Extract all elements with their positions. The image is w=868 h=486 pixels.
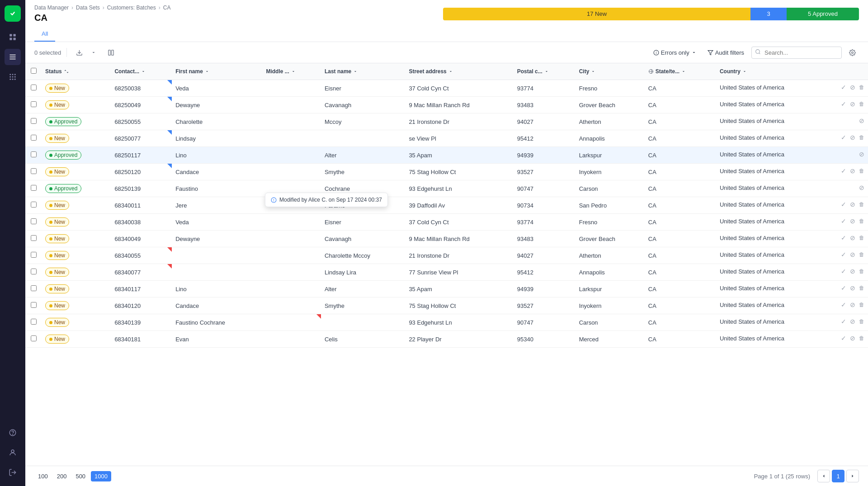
approve-action-icon[interactable]: ✓ [841, 318, 846, 325]
delete-action-icon[interactable]: 🗑 [859, 251, 864, 258]
approve-action-icon[interactable]: ✓ [841, 217, 846, 225]
sort-icon-country[interactable] [742, 69, 747, 74]
reject-action-icon[interactable]: ⊘ [850, 268, 855, 275]
row-checkbox[interactable] [31, 151, 37, 157]
row-checkbox[interactable] [31, 335, 37, 341]
app-logo[interactable] [5, 5, 21, 22]
row-checkbox[interactable] [31, 85, 37, 90]
delete-action-icon[interactable]: 🗑 [859, 168, 864, 174]
sort-icon-state[interactable] [681, 69, 686, 74]
row-checkbox[interactable] [31, 101, 37, 107]
row-checkbox[interactable] [31, 269, 37, 274]
row-checkbox[interactable] [31, 235, 37, 241]
dropdown-export-button[interactable] [87, 46, 100, 59]
user-profile-icon[interactable] [5, 444, 21, 461]
sort-icon-middle[interactable] [291, 69, 296, 74]
breadcrumb-data-sets[interactable]: Data Sets [76, 5, 100, 11]
reject-action-icon[interactable]: ⊘ [850, 201, 855, 208]
reject-action-icon[interactable]: ⊘ [850, 318, 855, 325]
tab-all[interactable]: All [34, 27, 55, 42]
sort-icon-first-name[interactable] [205, 69, 209, 74]
table-row: Approved68250139FaustinoCochrane93 Edgeh… [25, 180, 868, 197]
row-checkbox[interactable] [31, 185, 37, 191]
sort-icon-last-name[interactable] [353, 69, 358, 74]
page-size-100[interactable]: 100 [34, 471, 52, 481]
row-checkbox[interactable] [31, 319, 37, 325]
breadcrumb-customers-batches[interactable]: Customers: Batches [107, 5, 156, 11]
cell-contact-corner-mark [167, 97, 172, 101]
delete-action-icon[interactable]: 🗑 [859, 318, 864, 325]
approve-action-icon[interactable]: ✓ [841, 301, 846, 308]
export-button[interactable] [72, 46, 86, 59]
columns-button[interactable] [104, 46, 118, 59]
approve-action-icon[interactable]: ✓ [841, 284, 846, 292]
sort-icon[interactable] [64, 69, 69, 74]
delete-action-icon[interactable]: 🗑 [859, 84, 864, 90]
reject-action-icon[interactable]: ⊘ [850, 301, 855, 308]
page-size-200[interactable]: 200 [53, 471, 71, 481]
cell-postal: 90747 [514, 180, 576, 197]
approve-action-icon[interactable]: ✓ [841, 251, 846, 258]
logout-icon[interactable] [5, 464, 21, 481]
sidebar-apps-icon[interactable] [5, 69, 21, 85]
help-icon[interactable] [5, 425, 21, 441]
reject-action-icon[interactable]: ⊘ [850, 217, 855, 225]
approve-action-icon[interactable]: ✓ [841, 100, 846, 108]
sidebar-grid-icon[interactable] [5, 29, 21, 45]
reject-action-icon[interactable]: ⊘ [850, 234, 855, 241]
svg-point-16 [14, 79, 16, 80]
delete-action-icon[interactable]: 🗑 [859, 201, 864, 208]
reject-action-icon[interactable]: ⊘ [850, 335, 855, 342]
row-checkbox[interactable] [31, 118, 37, 124]
delete-action-icon[interactable]: 🗑 [859, 335, 864, 341]
row-checkbox[interactable] [31, 135, 37, 141]
sort-icon-contact[interactable] [141, 69, 146, 74]
reject-action-icon[interactable]: ⊘ [850, 134, 855, 141]
row-checkbox-cell [25, 314, 42, 331]
breadcrumb-data-manager[interactable]: Data Manager [34, 5, 69, 11]
page-size-1000[interactable]: 1000 [91, 471, 111, 481]
sort-icon-postal[interactable] [544, 69, 549, 74]
row-checkbox[interactable] [31, 168, 37, 174]
sidebar-list-icon[interactable] [5, 49, 21, 65]
approve-action-icon[interactable]: ✓ [841, 268, 846, 275]
delete-action-icon[interactable]: 🗑 [859, 218, 864, 224]
reject-action-icon[interactable]: ⊘ [859, 117, 864, 124]
delete-action-icon[interactable]: 🗑 [859, 235, 864, 241]
page-size-500[interactable]: 500 [72, 471, 89, 481]
row-checkbox[interactable] [31, 302, 37, 308]
search-input[interactable] [751, 47, 842, 59]
row-checkbox[interactable] [31, 252, 37, 258]
delete-action-icon[interactable]: 🗑 [859, 134, 864, 141]
reject-action-icon[interactable]: ⊘ [850, 251, 855, 258]
errors-only-button[interactable]: Errors only [650, 47, 700, 58]
reject-action-icon[interactable]: ⊘ [859, 184, 864, 191]
approve-action-icon[interactable]: ✓ [841, 84, 846, 91]
delete-action-icon[interactable]: 🗑 [859, 285, 864, 291]
audit-filters-button[interactable]: Audit filters [704, 47, 748, 58]
cell-country: United States of America✓⊘🗑 [716, 297, 868, 312]
settings-icon-button[interactable] [845, 46, 859, 59]
reject-action-icon[interactable]: ⊘ [850, 284, 855, 292]
reject-action-icon[interactable]: ⊘ [850, 100, 855, 108]
approve-action-icon[interactable]: ✓ [841, 335, 846, 342]
row-checkbox[interactable] [31, 218, 37, 224]
approve-action-icon[interactable]: ✓ [841, 234, 846, 241]
delete-action-icon[interactable]: 🗑 [859, 101, 864, 107]
next-page-button[interactable] [846, 470, 859, 482]
approve-action-icon[interactable]: ✓ [841, 201, 846, 208]
sort-icon-street[interactable] [448, 69, 453, 74]
sort-icon-city[interactable] [591, 69, 595, 74]
approve-action-icon[interactable]: ✓ [841, 134, 846, 141]
approve-action-icon[interactable]: ✓ [841, 167, 846, 175]
prev-page-button[interactable] [817, 470, 830, 482]
select-all-checkbox[interactable] [31, 68, 37, 74]
delete-action-icon[interactable]: 🗑 [859, 268, 864, 274]
reject-action-icon[interactable]: ⊘ [859, 151, 864, 158]
row-checkbox[interactable] [31, 285, 37, 291]
reject-action-icon[interactable]: ⊘ [850, 84, 855, 91]
row-checkbox[interactable] [31, 202, 37, 208]
reject-action-icon[interactable]: ⊘ [850, 167, 855, 175]
page-1-button[interactable]: 1 [832, 470, 844, 482]
delete-action-icon[interactable]: 🗑 [859, 302, 864, 308]
